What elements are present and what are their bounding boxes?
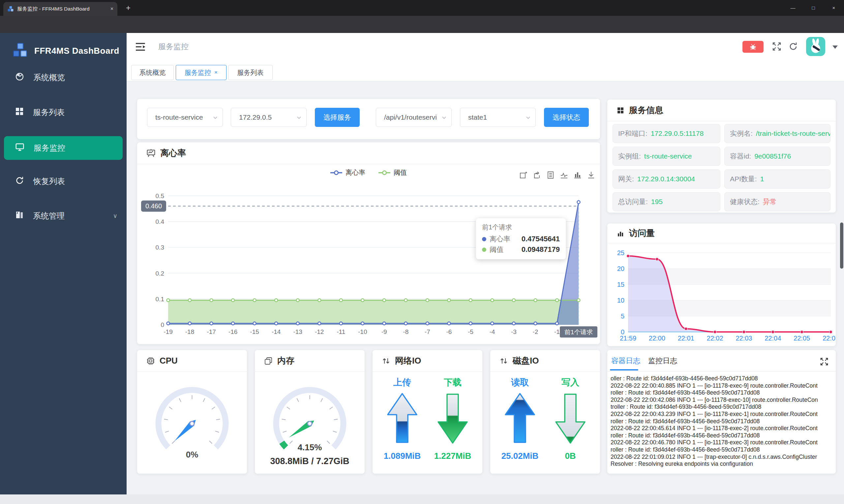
svg-text:22:04: 22:04 <box>765 335 781 342</box>
log-line: oller : Route id: f3d4d4ef-693b-4456-8ee… <box>611 375 834 382</box>
horizontal-scrollbar-track[interactable] <box>0 494 844 504</box>
svg-text:-17: -17 <box>207 328 216 335</box>
svg-text:22:06: 22:06 <box>823 335 836 342</box>
info-field-4: 容器id:9e00851f76 <box>724 147 830 166</box>
select-state-button[interactable]: 选择状态 <box>544 108 589 127</box>
sidebar-item-5[interactable]: 系统管理∨ <box>0 204 127 228</box>
log-line: 2022-08-22 22:01:09.012 INFO 1 --- [trap… <box>611 454 834 461</box>
eccentricity-tooltip: 前1个请求 离心率0.47545641 阈值0.09487179 <box>476 218 566 259</box>
window-close-button[interactable]: × <box>824 0 844 16</box>
log-line: 2022-08-22 22:00:43.239 INFO 1 --- [io-1… <box>611 411 834 418</box>
sidebar-item-label: 系统管理 <box>33 211 65 221</box>
logs-fullscreen-icon[interactable] <box>820 357 828 366</box>
svg-text:-1: -1 <box>554 328 560 335</box>
svg-text:15: 15 <box>617 281 625 288</box>
visits-card: 访问量 051015202521:5922:0022:0122:0222:032… <box>607 223 836 346</box>
log-line: roller : Route id: f3d4d4ef-693b-4456-8e… <box>611 446 834 454</box>
info-field-7: 总访问量:195 <box>613 192 720 211</box>
svg-text:-3: -3 <box>511 328 517 335</box>
api-select[interactable]: /api/v1/routeservic <box>376 108 452 127</box>
system-admin-icon <box>15 211 24 221</box>
chevron-down-icon: ∨ <box>113 212 118 219</box>
info-value: 172.29.0.14:30004 <box>637 175 695 183</box>
log-lines[interactable]: oller : Route id: f3d4d4ef-693b-4456-8ee… <box>611 375 834 468</box>
svg-text:22:01: 22:01 <box>678 335 694 342</box>
sidebar-item-label: 恢复列表 <box>33 176 65 186</box>
info-field-5: 网关:172.29.0.14:30004 <box>613 169 720 188</box>
svg-text:-16: -16 <box>229 328 237 335</box>
svg-text:-14: -14 <box>272 328 281 335</box>
log-line: roller : Route id: f3d4d4ef-693b-4456-8e… <box>611 389 834 397</box>
hamburger-icon[interactable] <box>136 42 146 51</box>
browser-toolbar: ← ↻ ⌂ ⓘ localhost:9528/#/monitor/index?i… <box>0 16 844 33</box>
info-value: 1 <box>760 175 764 183</box>
tag-label: 服务监控 <box>185 68 211 77</box>
info-label: 总访问量: <box>618 197 648 206</box>
dashboard-icon <box>15 72 24 83</box>
tag-2[interactable]: 服务监控× <box>176 65 227 80</box>
sidebar-item-4[interactable]: 恢复列表 <box>0 169 127 193</box>
user-avatar[interactable] <box>806 37 825 56</box>
service-info-card: 服务信息 IP和端口:172.29.0.5:11178实例名:/train-ti… <box>607 100 836 213</box>
info-value: 9e00851f76 <box>754 152 791 160</box>
read-value: 25.02MiB <box>493 451 546 461</box>
svg-text:22:03: 22:03 <box>736 335 752 342</box>
window-maximize-button[interactable]: □ <box>803 0 824 16</box>
tab-title: 服务监控 - FFR4MS DashBoard <box>17 5 107 13</box>
svg-text:10: 10 <box>617 297 625 304</box>
info-field-2: 实例名:/train-ticket-ts-route-service-1 <box>724 124 830 143</box>
top-navbar: 服务监控 <box>127 33 844 60</box>
breadcrumb[interactable]: 服务监控 <box>158 41 188 52</box>
svg-text:0.3: 0.3 <box>156 244 164 251</box>
logs-divider <box>607 371 836 372</box>
info-label: 容器id: <box>730 151 751 161</box>
state-select[interactable]: state1 <box>460 108 536 127</box>
app-logo[interactable]: FFR4MS DashBoard <box>0 40 127 61</box>
info-value: /train-ticket-ts-route-service-1 <box>756 129 830 138</box>
refresh-icon[interactable] <box>789 42 798 51</box>
svg-text:22:00: 22:00 <box>649 335 665 342</box>
tag-1[interactable]: 系统概览 <box>131 65 174 80</box>
service-select[interactable]: ts-route-service <box>147 108 223 127</box>
svg-text:-5: -5 <box>468 328 473 335</box>
network-io-card: 网络IO 上传 下载 1.089MiB 1.227MiB <box>373 350 482 474</box>
log-line: 2022-08-22 22:00:46.780 INFO 1 --- [io-1… <box>611 439 834 446</box>
sidebar-item-3[interactable]: 服务监控 <box>4 136 123 160</box>
sidebar-item-1[interactable]: 系统概览 <box>0 66 127 89</box>
memory-gauge-canvas <box>255 350 365 474</box>
sidebar-item-label: 系统概览 <box>33 72 65 83</box>
favicon-icon <box>7 5 14 12</box>
ip-select[interactable]: 172.29.0.5 <box>231 108 307 127</box>
info-label: 网关: <box>618 174 634 184</box>
eccentricity-card: 离心率 离心率 阈值 00.10.20.30.40.5-19-18-17-16-… <box>137 142 600 344</box>
svg-text:0.5: 0.5 <box>156 193 164 199</box>
disk-io-card: 磁盘IO 读取 写入 25.02MiB 0B <box>490 350 600 474</box>
tab-close-icon[interactable]: × <box>110 6 113 12</box>
svg-text:前1个请求: 前1个请求 <box>564 329 593 336</box>
fullscreen-icon[interactable] <box>772 42 782 51</box>
log-line: Resolver : Resolving eureka endpoints vi… <box>611 461 834 468</box>
bug-report-button[interactable] <box>742 41 764 53</box>
sidebar-item-label: 服务列表 <box>33 107 65 118</box>
avatar-dropdown-caret[interactable] <box>832 46 838 49</box>
tag-close-icon[interactable]: × <box>214 69 218 76</box>
select-service-button[interactable]: 选择服务 <box>315 108 360 127</box>
tag-3[interactable]: 服务列表 <box>228 65 273 80</box>
window-minimize-button[interactable]: — <box>783 0 803 16</box>
browser-tab[interactable]: 服务监控 - FFR4MS DashBoard × <box>3 2 118 16</box>
log-line: 2022-08-22 22:00:40.885 INFO 1 --- [io-1… <box>611 382 834 390</box>
svg-text:-10: -10 <box>358 328 367 335</box>
info-label: 实例组: <box>618 151 641 161</box>
vertical-scrollbar-thumb[interactable] <box>840 222 843 269</box>
info-field-6: API数量:1 <box>724 169 830 188</box>
grid-icon <box>616 106 625 114</box>
tooltip-dot-blue <box>482 237 486 241</box>
svg-text:-12: -12 <box>315 328 324 335</box>
new-tab-button[interactable]: + <box>126 3 130 13</box>
sidebar-item-2[interactable]: 服务列表 <box>0 101 127 124</box>
svg-text:-7: -7 <box>425 328 430 335</box>
tab-monitor-logs[interactable]: 监控日志 <box>648 356 677 366</box>
tab-container-logs[interactable]: 容器日志 <box>611 356 640 366</box>
svg-text:-4: -4 <box>489 328 495 335</box>
visits-chart-canvas[interactable]: 051015202521:5922:0022:0122:0222:0322:04… <box>607 223 836 346</box>
